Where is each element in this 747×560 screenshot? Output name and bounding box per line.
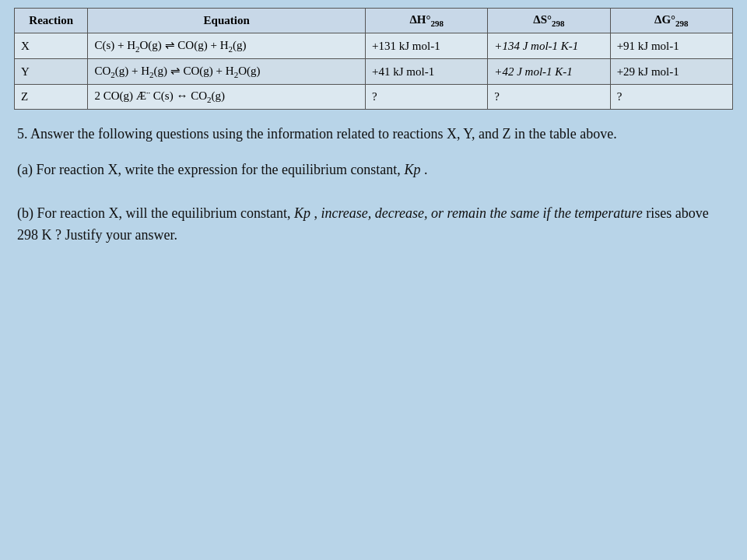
header-equation: Equation: [88, 9, 366, 33]
row-x-dh: +131 kJ mol-1: [366, 33, 488, 59]
table-row: X C(s) + H2O(g) ⇌ CO(g) + H2(g) +131 kJ …: [15, 33, 733, 59]
page-container: Reaction Equation ΔH°298 ΔS°298 ΔG°298 X…: [0, 0, 747, 560]
question-intro: 5. Answer the following questions using …: [17, 124, 730, 145]
row-y-dh: +41 kJ mol-1: [366, 59, 488, 85]
row-x-reaction: X: [15, 33, 88, 59]
header-dh: ΔH°298: [366, 9, 488, 33]
reactions-table: Reaction Equation ΔH°298 ΔS°298 ΔG°298 X…: [14, 8, 733, 110]
row-y-equation: CO2(g) + H2(g) ⇌ CO(g) + H2O(g): [88, 59, 366, 85]
part-a-kp: Kp: [404, 162, 420, 177]
header-dg: ΔG°298: [610, 9, 732, 33]
table-row: Z 2 CO(g) Æ¨ C(s) ↔ CO2(g) ? ? ?: [15, 85, 733, 110]
part-a-end: .: [424, 162, 428, 177]
question-part-b: (b) For reaction X, will the equilibrium…: [17, 203, 730, 247]
question-part-a: (a) For reaction X, write the expression…: [17, 159, 730, 181]
row-x-equation: C(s) + H2O(g) ⇌ CO(g) + H2(g): [88, 33, 366, 59]
row-z-dh: ?: [366, 85, 488, 110]
question-text-block: 5. Answer the following questions using …: [14, 124, 733, 247]
row-z-dg: ?: [610, 85, 732, 110]
row-z-reaction: Z: [15, 85, 88, 110]
row-z-equation: 2 CO(g) Æ¨ C(s) ↔ CO2(g): [88, 85, 366, 110]
part-a-text: For reaction X, write the expression for…: [36, 162, 400, 177]
part-a-label: (a): [17, 162, 33, 177]
intro-text: 5. Answer the following questions using …: [17, 126, 617, 142]
part-b-kp: Kp: [294, 205, 310, 221]
part-b-text2: ,: [314, 205, 317, 221]
part-b-text1: For reaction X, will the equilibrium con…: [37, 205, 291, 221]
row-y-ds: +42 J mol-1 K-1: [488, 59, 610, 85]
header-ds: ΔS°298: [488, 9, 610, 33]
header-reaction: Reaction: [15, 9, 88, 33]
row-y-dg: +29 kJ mol-1: [610, 59, 732, 85]
row-x-dg: +91 kJ mol-1: [610, 33, 732, 59]
table-row: Y CO2(g) + H2(g) ⇌ CO(g) + H2O(g) +41 kJ…: [15, 59, 733, 85]
part-b-label: (b): [17, 205, 33, 221]
part-b-italic: increase, decrease, or remain the same i…: [321, 205, 642, 221]
row-x-ds: +134 J mol-1 K-1: [488, 33, 610, 59]
row-z-ds: ?: [488, 85, 610, 110]
row-y-reaction: Y: [15, 59, 88, 85]
